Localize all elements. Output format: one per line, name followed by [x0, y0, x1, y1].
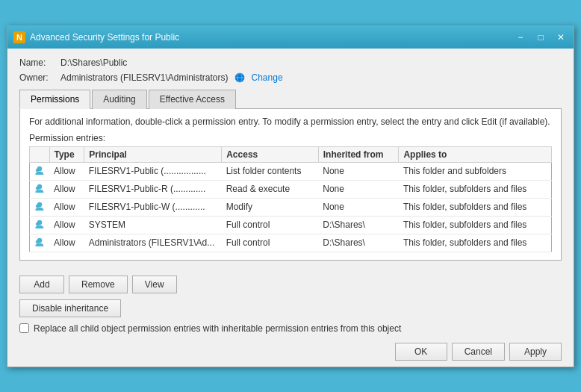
replace-checkbox[interactable]	[19, 323, 29, 333]
name-row: Name: D:\Shares\Public	[19, 57, 562, 68]
row-access: List folder contents	[222, 162, 319, 180]
row-principal: SYSTEM	[84, 216, 222, 234]
row-applies: This folder and subfolders	[399, 162, 552, 180]
owner-label: Owner:	[19, 72, 60, 83]
row-icon	[30, 234, 50, 252]
permissions-table: Type Principal Access Inherited from App…	[29, 146, 552, 252]
svg-point-10	[36, 223, 39, 225]
row-icon	[30, 180, 50, 198]
col-inherited: Inherited from	[318, 146, 399, 162]
row-applies: This folder, subfolders and files	[399, 216, 552, 234]
row-type: Allow	[49, 180, 84, 198]
owner-value: Administrators (FILESRV1\Administrators)	[60, 72, 229, 83]
row-principal: FILESRV1-Public-W (............	[84, 198, 222, 216]
tab-permissions[interactable]: Permissions	[19, 90, 90, 109]
col-access: Access	[222, 146, 319, 162]
svg-point-8	[36, 205, 39, 208]
row-icon	[30, 198, 50, 216]
row-type: Allow	[49, 234, 84, 252]
row-access: Full control	[222, 216, 319, 234]
section-label: Permission entries:	[29, 133, 552, 143]
app-icon: N	[13, 31, 25, 43]
bottom-section: Add Remove View Disable inheritance Repl…	[7, 270, 574, 367]
title-bar-left: N Advanced Security Settings for Public	[13, 31, 179, 43]
tab-effective-access[interactable]: Effective Access	[149, 90, 236, 109]
permissions-panel: For additional information, double-click…	[19, 109, 562, 261]
row-applies: This folder, subfolders and files	[399, 198, 552, 216]
add-button[interactable]: Add	[19, 276, 64, 293]
table-row[interactable]: AllowFILESRV1-Public (.................L…	[30, 162, 552, 180]
row-icon	[30, 216, 50, 234]
row-type: Allow	[49, 162, 84, 180]
row-type: Allow	[49, 198, 84, 216]
tab-bar: Permissions Auditing Effective Access	[19, 89, 562, 109]
row-applies: This folder, subfolders and files	[399, 180, 552, 198]
col-icon	[30, 146, 50, 162]
action-button-row: Add Remove View	[19, 276, 562, 293]
col-type: Type	[49, 146, 84, 162]
table-header-row: Type Principal Access Inherited from App…	[30, 146, 552, 162]
row-access: Read & execute	[222, 180, 319, 198]
row-inherited: None	[318, 198, 399, 216]
table-row[interactable]: AllowSYSTEMFull controlD:\Shares\This fo…	[30, 216, 552, 234]
title-bar: N Advanced Security Settings for Public …	[7, 26, 574, 49]
tab-auditing[interactable]: Auditing	[92, 90, 146, 109]
ok-button[interactable]: OK	[395, 343, 447, 361]
checkbox-row: Replace all child object permission entr…	[19, 323, 562, 334]
name-value: D:\Shares\Public	[60, 57, 127, 68]
minimize-button[interactable]: −	[511, 30, 530, 45]
checkbox-label[interactable]: Replace all child object permission entr…	[34, 323, 401, 334]
row-type: Allow	[49, 216, 84, 234]
owner-row: Owner: Administrators (FILESRV1\Administ…	[19, 72, 562, 83]
content-area: Name: D:\Shares\Public Owner: Administra…	[7, 49, 574, 270]
name-label: Name:	[19, 57, 60, 68]
row-applies: This folder, subfolders and files	[399, 234, 552, 252]
window-title: Advanced Security Settings for Public	[30, 32, 179, 43]
table-row[interactable]: AllowFILESRV1-Public-W (............Modi…	[30, 198, 552, 216]
col-applies: Applies to	[399, 146, 552, 162]
col-principal: Principal	[84, 146, 222, 162]
globe-icon	[234, 72, 245, 83]
row-principal: FILESRV1-Public-R (.............	[84, 180, 222, 198]
svg-point-6	[36, 187, 39, 190]
cancel-button[interactable]: Cancel	[452, 343, 505, 361]
info-text: For additional information, double-click…	[29, 116, 552, 127]
row-inherited: D:\Shares\	[318, 234, 399, 252]
change-owner-link[interactable]: Change	[252, 72, 283, 83]
svg-point-4	[36, 169, 39, 172]
view-button[interactable]: View	[132, 276, 177, 293]
remove-button[interactable]: Remove	[69, 276, 128, 293]
svg-point-12	[36, 240, 39, 243]
row-access: Modify	[222, 198, 319, 216]
table-row[interactable]: AllowFILESRV1-Public-R (.............Rea…	[30, 180, 552, 198]
row-principal: FILESRV1-Public (.................	[84, 162, 222, 180]
table-row[interactable]: AllowAdministrators (FILESRV1\Ad...Full …	[30, 234, 552, 252]
row-inherited: None	[318, 162, 399, 180]
row-access: Full control	[222, 234, 319, 252]
row-icon	[30, 162, 50, 180]
close-button[interactable]: ✕	[551, 30, 571, 45]
apply-button[interactable]: Apply	[509, 343, 562, 361]
disable-inheritance-button[interactable]: Disable inheritance	[19, 299, 121, 317]
row-principal: Administrators (FILESRV1\Ad...	[84, 234, 222, 252]
dialog-button-row: OK Cancel Apply	[19, 340, 562, 361]
maximize-button[interactable]: □	[531, 30, 550, 45]
row-inherited: None	[318, 180, 399, 198]
window-controls: − □ ✕	[511, 30, 571, 45]
main-window: N Advanced Security Settings for Public …	[7, 25, 574, 367]
row-inherited: D:\Shares\	[318, 216, 399, 234]
